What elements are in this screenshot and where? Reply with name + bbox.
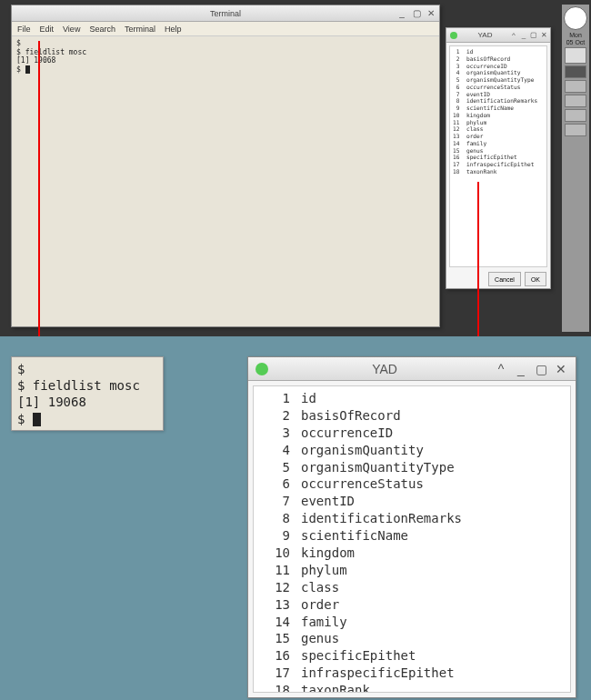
list-item[interactable]: 16 specificEpithet [453,154,544,161]
terminal-window[interactable]: Terminal _ ▢ ✕ File Edit View Search Ter… [11,5,440,327]
list-item[interactable]: 5organismQuantityType [261,459,563,476]
list-item[interactable]: 6occurrenceStatus [261,475,563,493]
menu-view[interactable]: View [63,25,80,34]
yad-list-small[interactable]: 1 id 2 basisOfRecord 3 occurrenceID 4 or… [449,45,547,267]
list-item[interactable]: 18 taxonRank [453,168,544,175]
list-item[interactable]: 5 organismQuantityType [453,76,544,84]
list-item[interactable]: 12class [261,579,563,596]
list-item[interactable]: 2 basisOfRecord [453,55,544,63]
terminal-line: $ [17,362,25,376]
list-item[interactable]: 15 genus [453,147,544,155]
list-item[interactable]: 16specificEpithet [261,647,563,665]
clock-icon[interactable] [564,6,587,30]
menu-edit[interactable]: Edit [40,25,55,34]
cursor-icon [33,413,41,426]
minimize-button[interactable]: _ [514,362,528,376]
maximize-button[interactable]: ▢ [534,362,548,376]
side-panel: Mon05 Oct [562,5,589,332]
terminal-line: $ [16,39,21,47]
list-item[interactable]: 3 occurrenceID [453,63,544,70]
terminal-line: $ fieldlist mosc [16,48,86,56]
terminal-line: $ [17,412,33,426]
arrow-icon [477,182,479,347]
list-item[interactable]: 17 infraspecificEpithet [453,161,544,168]
menu-terminal[interactable]: Terminal [125,25,155,34]
list-item[interactable]: 11 phylum [453,119,544,126]
tray-item[interactable] [565,95,586,107]
yad-dialog-zoom[interactable]: YAD ^ _ ▢ ✕ 1id2basisOfRecord3occurrence… [247,356,576,698]
minimize-button[interactable]: _ [396,6,408,19]
arrow-icon [38,41,40,348]
yad-dialog-small[interactable]: YAD ^ _ ▢ ✕ 1 id 2 basisOfRecord 3 occur… [446,27,551,289]
list-item[interactable]: 2basisOfRecord [261,407,563,425]
close-button[interactable]: ✕ [425,6,437,19]
tray-item[interactable] [565,109,586,122]
window-controls: ^ _ ▢ ✕ [494,362,568,376]
yad-list-zoom[interactable]: 1id2basisOfRecord3occurrenceID4organismQ… [253,385,571,693]
yad-button-row: Cancel OK [446,270,550,288]
close-button[interactable]: ✕ [554,362,568,376]
app-icon [450,32,457,39]
cancel-button[interactable]: Cancel [488,272,521,286]
list-item[interactable]: 6 occurrenceStatus [453,84,544,91]
ok-button[interactable]: OK [525,272,546,286]
menu-search[interactable]: Search [89,25,115,34]
close-button[interactable]: ✕ [539,31,548,39]
list-item[interactable]: 7 eventID [453,91,544,98]
terminal-title: Terminal [12,9,439,18]
list-item[interactable]: 10kingdom [261,545,563,562]
list-item[interactable]: 7eventID [261,493,563,510]
terminal-body[interactable]: $ $ fieldlist mosc [1] 19068 $ [12,36,439,76]
terminal-line: [1] 19068 [17,395,86,409]
maximize-button[interactable]: ▢ [529,31,538,39]
list-item[interactable]: 17infraspecificEpithet [261,665,563,682]
list-item[interactable]: 11phylum [261,562,563,579]
list-item[interactable]: 1id [261,390,563,407]
terminal-line: $ fieldlist mosc [17,378,140,393]
list-item[interactable]: 14family [261,614,563,631]
menu-file[interactable]: File [17,25,31,34]
list-item[interactable]: 4 organismQuantity [453,69,544,76]
yad-title: YAD [461,31,509,39]
list-item[interactable]: 10 kingdom [453,112,544,119]
tray-item[interactable] [565,65,586,78]
list-item[interactable]: 13order [261,596,563,614]
tray-item[interactable] [565,47,586,64]
app-icon [255,363,268,375]
panel-date: Mon05 Oct [566,32,586,45]
terminal-line: $ [16,65,25,74]
list-item[interactable]: 9scientificName [261,527,563,545]
terminal-titlebar[interactable]: Terminal _ ▢ ✕ [12,5,439,22]
terminal-zoom: $ $ fieldlist mosc [1] 19068 $ [11,356,164,431]
rollup-button[interactable]: ^ [494,362,508,376]
desktop-background: Terminal _ ▢ ✕ File Edit View Search Ter… [0,0,591,336]
maximize-button[interactable]: ▢ [410,6,423,19]
minimize-button[interactable]: _ [519,31,528,39]
list-item[interactable]: 9 scientificName [453,105,544,112]
list-item[interactable]: 18taxonRank [261,682,563,693]
list-item[interactable]: 3occurrenceID [261,425,563,442]
list-item[interactable]: 13 order [453,133,544,140]
rollup-button[interactable]: ^ [509,31,518,39]
list-item[interactable]: 14 family [453,140,544,147]
tray-item[interactable] [565,124,586,136]
cursor-icon [25,65,30,74]
window-controls: _ ▢ ✕ [396,6,437,19]
menu-help[interactable]: Help [165,25,182,34]
list-item[interactable]: 8 identificationRemarks [453,97,544,105]
terminal-menubar: File Edit View Search Terminal Help [12,22,439,36]
list-item[interactable]: 4organismQuantity [261,442,563,459]
yad-title: YAD [275,362,494,376]
yad-titlebar[interactable]: YAD ^ _ ▢ ✕ [446,28,550,43]
tray-item[interactable] [565,80,586,93]
window-controls: ^ _ ▢ ✕ [509,31,548,39]
list-item[interactable]: 15genus [261,630,563,647]
zoom-area: $ $ fieldlist mosc [1] 19068 $ YAD ^ _ ▢… [0,336,591,700]
list-item[interactable]: 1 id [453,48,544,55]
terminal-line: [1] 19068 [16,56,55,65]
yad-titlebar[interactable]: YAD ^ _ ▢ ✕ [248,357,576,381]
list-item[interactable]: 12 class [453,125,544,133]
list-item[interactable]: 8identificationRemarks [261,510,563,527]
